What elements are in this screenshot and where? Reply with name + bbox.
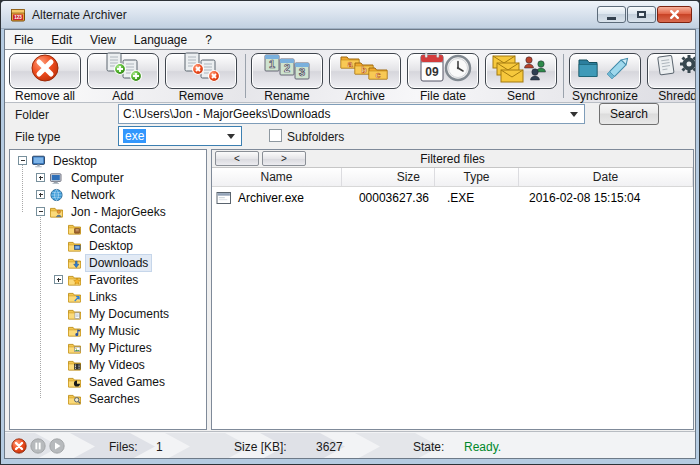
collapse-toggle-icon[interactable] (18, 156, 27, 165)
desktop-icon (31, 154, 46, 168)
toolbar-button-add[interactable]: Add (85, 51, 161, 102)
tree-item-label: Favorites (86, 272, 141, 288)
tree-item-my-documents[interactable]: My Documents (10, 305, 206, 322)
chevron-down-icon[interactable] (570, 112, 578, 117)
stop-button[interactable] (11, 438, 27, 454)
file-type: .EXE (435, 191, 519, 205)
searches-folder-icon (67, 392, 82, 406)
minimize-button[interactable] (597, 6, 626, 23)
archiver-app-icon: 123 (10, 7, 26, 23)
folder-value: C:\Users\Jon - MajorGeeks\Downloads (119, 107, 570, 121)
play-button[interactable] (49, 438, 65, 454)
network-icon (49, 188, 64, 202)
column-header-date[interactable]: Date (519, 168, 693, 186)
tree-item-saved-games[interactable]: Saved Games (10, 373, 206, 390)
tree-item-computer[interactable]: Computer (10, 169, 206, 186)
toolbar-button-synchronize[interactable]: Synchronize (567, 51, 643, 102)
menu-bar: File Edit View Language ? (5, 30, 695, 49)
pictures-folder-icon (67, 341, 82, 355)
toolbar-button-remove-all[interactable]: Remove all (7, 51, 83, 102)
tree-item-label: Saved Games (86, 374, 168, 390)
expand-toggle-icon[interactable] (54, 275, 63, 284)
window-title: Alternate Archiver (32, 8, 127, 22)
window-frame: 123 Alternate Archiver File Edit View La… (1, 1, 699, 464)
tree-item-my-videos[interactable]: My Videos (10, 356, 206, 373)
menu-language[interactable]: Language (125, 30, 196, 49)
folder-input[interactable]: C:\Users\Jon - MajorGeeks\Downloads (118, 104, 585, 124)
title-bar[interactable]: 123 Alternate Archiver (1, 1, 699, 29)
close-button[interactable] (657, 6, 692, 23)
tree-item-my-music[interactable]: My Music (10, 322, 206, 339)
toolbar-label-file-date: File date (405, 90, 481, 102)
tree-item-network[interactable]: Network (10, 186, 206, 203)
contacts-folder-icon (67, 222, 82, 236)
toolbar-button-remove[interactable]: Remove (163, 51, 239, 102)
toolbar-button-file-date[interactable]: 09 File date (405, 51, 481, 102)
shredder-icon (651, 52, 696, 90)
size-kb-value: 3627 (316, 440, 343, 454)
folder-tree: Desktop Computer Network (9, 149, 207, 430)
tree-item-desktop[interactable]: Desktop (10, 152, 206, 169)
tree-item-label: Desktop (50, 153, 100, 169)
chevron-down-icon[interactable] (227, 134, 235, 139)
menu-view[interactable]: View (81, 30, 125, 49)
forward-button[interactable]: > (262, 151, 306, 166)
column-header-name[interactable]: Name (212, 168, 342, 186)
state-value: Ready. (464, 440, 501, 454)
tree-item-label: My Documents (86, 306, 172, 322)
subfolders-label: Subfolders (287, 130, 344, 144)
tree-item-label: My Music (86, 323, 143, 339)
add-icon (91, 52, 155, 90)
svg-text:09: 09 (425, 65, 439, 79)
remove-all-icon (13, 52, 77, 90)
maximize-button[interactable] (627, 6, 656, 23)
column-header-type[interactable]: Type (435, 168, 519, 186)
client-area: File Edit View Language ? Remove all Add… (4, 29, 696, 459)
videos-folder-icon (67, 358, 82, 372)
tree-item-downloads[interactable]: Downloads (10, 254, 206, 271)
tree-item-contacts[interactable]: Contacts (10, 220, 206, 237)
toolbar-button-send[interactable]: Send (483, 51, 559, 102)
menu-file[interactable]: File (5, 30, 42, 49)
menu-help[interactable]: ? (196, 30, 221, 49)
toolbar-button-shredder[interactable]: Shredder (645, 51, 696, 102)
tree-item-desktop-folder[interactable]: Desktop (10, 237, 206, 254)
tree-item-links[interactable]: Links (10, 288, 206, 305)
window-controls (597, 6, 692, 23)
tree-item-label: Searches (86, 391, 143, 407)
column-header-size[interactable]: Size (342, 168, 435, 186)
tree-item-my-pictures[interactable]: My Pictures (10, 339, 206, 356)
toolbar-button-archive[interactable]: abc Archive (327, 51, 403, 102)
toolbar-button-rename[interactable]: 123 Rename (249, 51, 325, 102)
games-folder-icon (67, 375, 82, 389)
table-row[interactable]: Archiver.exe 00003627.36 .EXE 2016-02-08… (212, 187, 693, 209)
file-date-icon: 09 (411, 52, 475, 90)
tree-item-label: Links (86, 289, 120, 305)
favorites-folder-icon (67, 273, 82, 287)
toolbar-label-remove: Remove (163, 90, 239, 102)
tree-item-searches[interactable]: Searches (10, 390, 206, 407)
file-type-label: File type (15, 130, 60, 144)
toolbar-label-shredder: Shredder (645, 90, 696, 102)
back-button[interactable]: < (215, 151, 259, 166)
expand-toggle-icon[interactable] (36, 190, 45, 199)
subfolders-checkbox[interactable] (269, 129, 282, 142)
tree-item-user-jon[interactable]: Jon - MajorGeeks (10, 203, 206, 220)
svg-text:1: 1 (269, 58, 275, 70)
user-folder-icon (49, 205, 64, 219)
tree-item-label: Contacts (86, 221, 139, 237)
collapse-toggle-icon[interactable] (36, 207, 45, 216)
toolbar-separator (563, 54, 564, 98)
pause-button[interactable] (30, 438, 46, 454)
expand-toggle-icon[interactable] (36, 173, 45, 182)
files-count-label: Files: (109, 440, 138, 454)
files-panel-header: Filtered files < > (212, 150, 693, 168)
status-bar: Files: 1 Size [KB]: 3627 State: Ready. (5, 431, 695, 459)
menu-edit[interactable]: Edit (42, 30, 81, 49)
file-type-select[interactable]: exe (118, 126, 242, 146)
tree-item-favorites[interactable]: Favorites (10, 271, 206, 288)
search-button[interactable]: Search (599, 103, 659, 125)
state-label: State: (413, 440, 444, 454)
toolbar-label-synchronize: Synchronize (567, 90, 643, 102)
svg-text:3: 3 (299, 66, 305, 78)
